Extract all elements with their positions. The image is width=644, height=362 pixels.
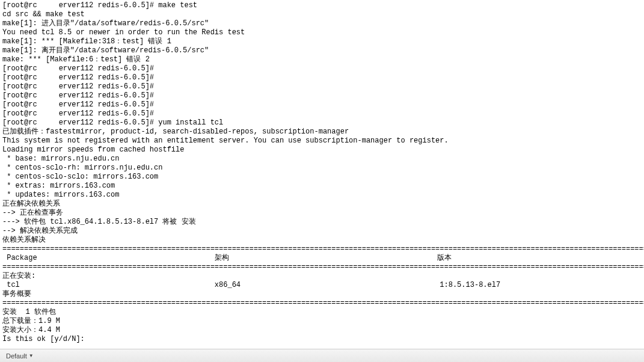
terminal-line: --> 解决依赖关系完成 bbox=[2, 227, 642, 236]
encoding-selector[interactable]: Default ▼ bbox=[4, 352, 36, 360]
redacted-text bbox=[37, 73, 59, 82]
terminal-line: make[1]: 进入目录"/data/software/redis-6.0.5… bbox=[2, 19, 642, 28]
terminal-line: cd src && make test bbox=[2, 10, 642, 19]
terminal-line: 已加载插件：fastestmirror, product-id, search-… bbox=[2, 127, 642, 137]
redacted-text bbox=[37, 100, 59, 109]
redacted-text bbox=[37, 118, 59, 127]
terminal-line: Package 架构 版本 bbox=[2, 254, 642, 263]
terminal-line: Loading mirror speeds from cached hostfi… bbox=[2, 146, 642, 155]
terminal-line: Is this ok [y/d/N]: bbox=[2, 335, 642, 344]
redacted-text bbox=[37, 64, 59, 73]
terminal-line: * base: mirrors.nju.edu.cn bbox=[2, 155, 642, 164]
terminal-line: [root@rc erver112 redis-6.0.5]# yum inst… bbox=[2, 118, 642, 127]
terminal-line: * updates: mirrors.163.com bbox=[2, 191, 642, 200]
terminal-line: 依赖关系解决 bbox=[2, 236, 642, 245]
redacted-text bbox=[37, 91, 59, 100]
terminal-line: This system is not registered with an en… bbox=[2, 137, 642, 146]
terminal-line: ---> 软件包 tcl.x86_64.1.8.5.13-8.el7 将被 安装 bbox=[2, 218, 642, 227]
terminal-line: --> 正在检查事务 bbox=[2, 209, 642, 218]
terminal-line: [root@rc erver112 redis-6.0.5]# bbox=[2, 73, 642, 82]
terminal-line: * centos-sclo-rh: mirrors.nju.edu.cn bbox=[2, 164, 642, 173]
terminal-line: * centos-sclo-sclo: mirrors.163.com bbox=[2, 173, 642, 182]
terminal-line: [root@rc erver112 redis-6.0.5]# bbox=[2, 82, 642, 91]
terminal-line: make: *** [Makefile:6：test] 错误 2 bbox=[2, 55, 642, 64]
terminal-line: ========================================… bbox=[2, 299, 642, 308]
terminal-line: [root@rc erver112 redis-6.0.5]# bbox=[2, 64, 642, 73]
terminal-line: * extras: mirrors.163.com bbox=[2, 182, 642, 191]
terminal-line: make[1]: *** [Makefile:318：test] 错误 1 bbox=[2, 37, 642, 46]
terminal-line: 总下载量：1.9 M bbox=[2, 317, 642, 326]
terminal-line: ========================================… bbox=[2, 245, 642, 254]
encoding-label: Default bbox=[6, 352, 27, 360]
status-bar: Default ▼ bbox=[0, 349, 644, 362]
terminal-line: [root@rc erver112 redis-6.0.5]# bbox=[2, 109, 642, 118]
terminal-line: [root@rc erver112 redis-6.0.5]# bbox=[2, 91, 642, 100]
redacted-text bbox=[37, 109, 59, 118]
terminal-line: 正在安装: bbox=[2, 272, 642, 281]
terminal-line: 事务概要 bbox=[2, 290, 642, 299]
terminal-line: make[1]: 离开目录"/data/software/redis-6.0.5… bbox=[2, 46, 642, 55]
terminal-line: 正在解决依赖关系 bbox=[2, 200, 642, 209]
terminal-line: 安装大小：4.4 M bbox=[2, 326, 642, 335]
terminal-line: ========================================… bbox=[2, 263, 642, 272]
terminal-output[interactable]: [root@rc erver112 redis-6.0.5]# make tes… bbox=[0, 0, 644, 345]
chevron-down-icon: ▼ bbox=[29, 353, 34, 358]
redacted-text bbox=[37, 1, 59, 10]
terminal-line: tcl x86_64 1:8.5.13-8.el7 bbox=[2, 281, 642, 290]
redacted-text bbox=[37, 82, 59, 91]
terminal-line: 安装 1 软件包 bbox=[2, 308, 642, 317]
terminal-line: You need tcl 8.5 or newer in order to ru… bbox=[2, 28, 642, 37]
terminal-line: [root@rc erver112 redis-6.0.5]# make tes… bbox=[2, 1, 642, 10]
terminal-line: [root@rc erver112 redis-6.0.5]# bbox=[2, 100, 642, 109]
